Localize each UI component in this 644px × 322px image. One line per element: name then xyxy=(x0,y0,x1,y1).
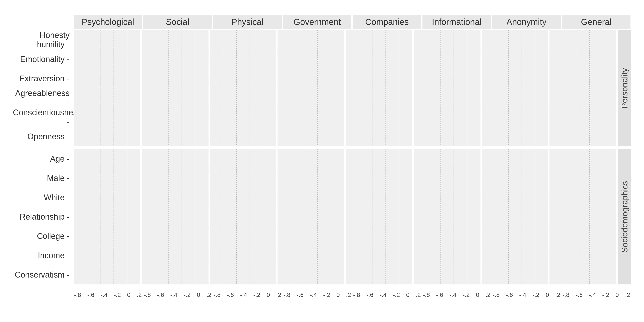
section-personality: Honesty humility -Emotionality -Extraver… xyxy=(13,30,631,146)
data-row: Agreeableness - xyxy=(13,88,617,108)
panel-cell xyxy=(346,246,412,265)
chart-container: PsychologicalSocialPhysicalGovernmentCom… xyxy=(0,0,644,322)
grid-area: Honesty humility -Emotionality -Extraver… xyxy=(13,30,631,291)
panel-cell xyxy=(482,207,548,226)
x-tick-label: -.4 xyxy=(310,292,317,298)
data-row: Openness - xyxy=(13,127,617,146)
panel-cell xyxy=(278,149,344,168)
panel-cell xyxy=(142,168,208,188)
panel-cell xyxy=(210,246,276,265)
panel-cell xyxy=(142,50,208,69)
panel-cell xyxy=(74,246,140,265)
panel-cell xyxy=(74,88,140,108)
panel-cell xyxy=(414,69,480,88)
panel-cell xyxy=(278,246,344,265)
panel-cell xyxy=(550,149,616,168)
panel-cell xyxy=(142,207,208,226)
panel-cell xyxy=(210,226,276,246)
x-tick-label: -.6 xyxy=(506,292,513,298)
x-tick-label: .2 xyxy=(555,292,560,298)
panel-cell xyxy=(142,127,208,146)
data-row: Conscientiousness - xyxy=(13,108,617,127)
panel-cell xyxy=(278,127,344,146)
panel-cell xyxy=(74,226,140,246)
panels-row xyxy=(73,69,617,88)
x-axis-area: -.8-.6-.4-.20.2-.8-.6-.4-.20.2-.8-.6-.4-… xyxy=(73,291,631,298)
panels-row xyxy=(73,265,617,284)
x-axis-cell: -.8-.6-.4-.20.2 xyxy=(353,291,421,298)
x-tick-label: .2 xyxy=(346,292,351,298)
panel-cell xyxy=(278,226,344,246)
x-tick-labels: -.8-.6-.4-.20.2 xyxy=(353,292,421,298)
section-rows: Honesty humility -Emotionality -Extraver… xyxy=(13,30,617,146)
panels-row xyxy=(73,127,617,146)
col-header-anonymity: Anonymity xyxy=(492,15,561,29)
panels-row xyxy=(73,188,617,207)
col-header-companies: Companies xyxy=(353,15,421,29)
col-header-general: General xyxy=(562,15,630,29)
panel-cell xyxy=(74,207,140,226)
x-tick-label: .2 xyxy=(206,292,212,298)
x-tick-label: -.6 xyxy=(157,292,164,298)
col-headers: PsychologicalSocialPhysicalGovernmentCom… xyxy=(73,15,631,29)
x-tick-label: -.2 xyxy=(184,292,190,298)
col-header-government: Government xyxy=(283,15,352,29)
panel-cell xyxy=(550,207,616,226)
x-tick-label: -.6 xyxy=(576,292,583,298)
x-tick-label: .2 xyxy=(276,292,281,298)
panels-row xyxy=(73,108,617,127)
data-row: Age - xyxy=(13,149,617,168)
panel-cell xyxy=(346,168,412,188)
x-tick-label: 0 xyxy=(406,292,410,298)
panel-cell xyxy=(346,30,412,50)
panel-cell xyxy=(414,226,480,246)
x-tick-label: 0 xyxy=(127,292,130,298)
col-header-psychological: Psychological xyxy=(74,15,142,29)
panel-cell xyxy=(74,188,140,207)
x-tick-label: -.4 xyxy=(170,292,178,298)
x-tick-labels: -.8-.6-.4-.20.2 xyxy=(492,292,561,298)
panel-cell xyxy=(278,207,344,226)
row-label: Openness - xyxy=(13,132,73,141)
x-tick-labels: -.8-.6-.4-.20.2 xyxy=(144,292,212,298)
data-row: Relationship - xyxy=(13,207,617,226)
x-tick-label: -.2 xyxy=(602,292,609,298)
panel-cell xyxy=(74,149,140,168)
panel-cell xyxy=(74,168,140,188)
panel-cell xyxy=(210,168,276,188)
row-label: Relationship - xyxy=(13,212,73,222)
panel-cell xyxy=(74,265,140,284)
panel-cell xyxy=(142,265,208,284)
panel-cell xyxy=(210,69,276,88)
panel-cell xyxy=(142,188,208,207)
panel-cell xyxy=(210,108,276,127)
data-row: Conservatism - xyxy=(13,265,617,284)
panel-cell xyxy=(210,50,276,69)
panel-cell xyxy=(278,69,344,88)
x-tick-label: 0 xyxy=(476,292,479,298)
panel-cell xyxy=(482,226,548,246)
panels-row xyxy=(73,88,617,108)
panel-cell xyxy=(482,108,548,127)
panel-cell xyxy=(74,50,140,69)
panel-cell xyxy=(346,226,412,246)
panel-cell xyxy=(414,207,480,226)
panel-cell xyxy=(482,30,548,50)
panels-row xyxy=(73,149,617,168)
x-tick-label: -.8 xyxy=(144,292,151,298)
panel-cell xyxy=(346,188,412,207)
x-axis-cell: -.8-.6-.4-.20.2 xyxy=(492,291,561,298)
panel-cell xyxy=(414,30,480,50)
row-label: Income - xyxy=(13,251,73,260)
panels-row xyxy=(73,168,617,188)
panel-cell xyxy=(346,149,412,168)
panel-cell xyxy=(210,127,276,146)
x-tick-label: -.8 xyxy=(493,292,500,298)
panel-cell xyxy=(482,50,548,69)
data-row: Emotionality - xyxy=(13,50,617,69)
x-tick-label: -.2 xyxy=(323,292,330,298)
panel-cell xyxy=(482,69,548,88)
panel-cell xyxy=(550,50,616,69)
x-axis-cell: -.8-.6-.4-.20.2 xyxy=(144,291,212,298)
x-tick-label: .2 xyxy=(416,292,421,298)
